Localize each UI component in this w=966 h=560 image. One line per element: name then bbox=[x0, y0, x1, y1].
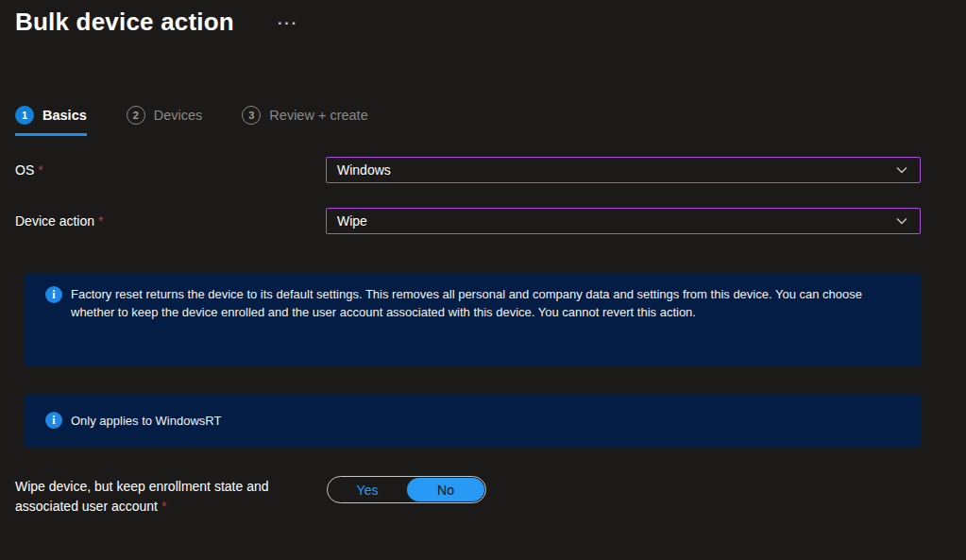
tab-devices[interactable]: 2 Devices bbox=[127, 106, 203, 136]
factory-reset-info-text: Factory reset returns the device to its … bbox=[71, 285, 911, 366]
windowsrt-info-text: Only applies to WindowsRT bbox=[71, 412, 238, 430]
required-asterisk: * bbox=[38, 162, 42, 178]
tab-basics[interactable]: 1 Basics bbox=[15, 106, 87, 136]
step-2-badge: 2 bbox=[127, 106, 145, 125]
factory-reset-info-banner: Factory reset returns the device to its … bbox=[24, 273, 921, 366]
toggle-option-no[interactable]: No bbox=[407, 478, 484, 501]
required-asterisk: * bbox=[161, 499, 166, 514]
info-icon bbox=[45, 286, 62, 303]
wizard-steps: 1 Basics 2 Devices 3 Review + create bbox=[15, 106, 408, 136]
wipe-keep-enrollment-label-text: Wipe device, but keep enrollment state a… bbox=[15, 479, 269, 514]
os-label-text: OS bbox=[15, 162, 34, 178]
device-action-dropdown[interactable]: Wipe bbox=[326, 208, 921, 234]
toggle-option-yes[interactable]: Yes bbox=[328, 483, 407, 498]
required-asterisk: * bbox=[98, 213, 103, 229]
wipe-keep-enrollment-label: Wipe device, but keep enrollment state a… bbox=[15, 477, 319, 517]
chevron-down-icon bbox=[895, 163, 908, 177]
chevron-down-icon bbox=[895, 214, 908, 228]
windowsrt-info-banner: Only applies to WindowsRT bbox=[24, 394, 921, 447]
tab-review-create-label: Review + create bbox=[269, 108, 367, 123]
tab-basics-label: Basics bbox=[42, 108, 87, 123]
os-dropdown-value: Windows bbox=[327, 162, 895, 178]
step-3-badge: 3 bbox=[242, 106, 261, 125]
bulk-device-action-blade: Bulk device action ··· 1 Basics 2 Device… bbox=[0, 0, 966, 560]
tab-devices-label: Devices bbox=[154, 108, 203, 123]
device-action-dropdown-value: Wipe bbox=[327, 213, 895, 229]
wipe-keep-enrollment-toggle[interactable]: Yes No bbox=[327, 476, 486, 503]
os-dropdown[interactable]: Windows bbox=[326, 157, 921, 183]
device-action-field-label: Device action* bbox=[15, 213, 104, 229]
device-action-label-text: Device action bbox=[15, 213, 94, 229]
step-1-badge: 1 bbox=[15, 106, 34, 125]
info-icon bbox=[45, 412, 62, 429]
tab-review-create[interactable]: 3 Review + create bbox=[242, 106, 367, 136]
more-options-button[interactable]: ··· bbox=[272, 11, 304, 36]
page-title: Bulk device action bbox=[15, 8, 234, 37]
os-field-label: OS* bbox=[15, 162, 43, 178]
